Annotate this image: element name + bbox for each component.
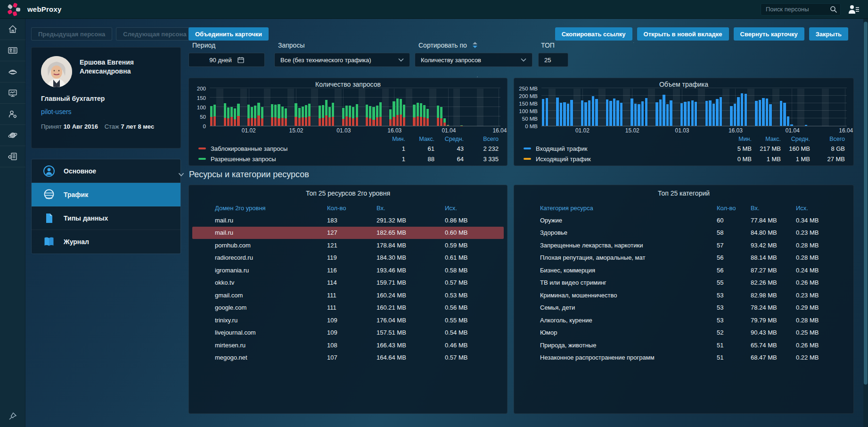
table-row[interactable]: Запрещенные лекарства, наркотики5793.42 …	[517, 239, 850, 252]
table-row[interactable]: pornhub.com121178.84 MB0.59 MB	[192, 239, 504, 252]
table-row[interactable]: Алкоголь, курение5379.79 MB0.28 MB	[517, 314, 850, 327]
sort-label: Сортировать по	[418, 41, 477, 49]
column-header[interactable]: Кол-во	[327, 205, 377, 212]
weekend-stripe	[311, 89, 318, 126]
gridline	[210, 88, 500, 88]
home-icon[interactable]	[0, 19, 25, 40]
police-cap-icon[interactable]	[0, 61, 25, 82]
column-header[interactable]: Исх.	[445, 205, 507, 212]
table-row[interactable]: mail.ru127182.65 MB0.60 MB	[192, 227, 504, 239]
chart-bar	[716, 99, 718, 126]
globe-orbit-icon[interactable]	[0, 125, 25, 146]
scrollbar-thumb[interactable]	[864, 22, 868, 385]
table-cell: 107	[327, 354, 377, 361]
table-row[interactable]: trinixy.ru109176.04 MB0.55 MB	[192, 314, 504, 327]
y-axis-label: 100 MB	[514, 108, 538, 114]
chart-bar	[737, 97, 739, 126]
table-cell: 0.25 MB	[796, 329, 850, 336]
requests-select[interactable]: Все (без технического трафика)	[274, 53, 410, 67]
menu-item-label: Трафик	[64, 191, 88, 198]
table-row[interactable]: Бизнес, коммерция5687.27 MB0.24 MB	[517, 264, 850, 277]
prev-person-button[interactable]: Предыдущая персона	[31, 27, 112, 41]
table-row[interactable]: Здоровье5884.80 MB0.23 MB	[517, 227, 850, 239]
chart-bar	[688, 101, 690, 126]
collapse-card-button[interactable]: Свернуть карточку	[734, 27, 804, 41]
chart-bar	[271, 104, 273, 126]
table-row[interactable]: okko.tv114159.71 MB0.57 MB	[192, 277, 504, 289]
table-cell: 160.21 MB	[377, 304, 445, 311]
table-row[interactable]: radiorecord.ru119184.30 MB0.61 MB	[192, 252, 504, 264]
stat-value: 0 MB	[727, 156, 752, 163]
person-gear-icon[interactable]	[0, 104, 25, 125]
chart-stats: Мин.Макс.Средн.ВсегоВходящий трафик5 MB2…	[524, 135, 845, 164]
id-card-icon[interactable]	[0, 40, 25, 61]
table-row[interactable]: mirtesen.ru108166.43 MB0.46 MB	[192, 339, 504, 352]
weekend-stripe	[453, 89, 460, 126]
column-header[interactable]: Категория ресурса	[540, 205, 717, 212]
table-row[interactable]: Плохая репутация, аморальные, мат5688.14…	[517, 252, 850, 264]
document-icon	[43, 212, 55, 224]
table-row[interactable]: Природа, животные5165.74 MB0.26 MB	[517, 339, 850, 352]
copy-link-button[interactable]: Скопировать ссылку	[555, 27, 632, 41]
stat-value: 43	[434, 145, 464, 152]
sort-direction-icon[interactable]	[473, 42, 477, 48]
period-picker[interactable]: 90 дней	[188, 53, 265, 67]
chart-bar	[366, 105, 368, 126]
table-row[interactable]: Оружие6077.84 MB0.34 MB	[517, 214, 850, 227]
document-gear-icon[interactable]	[0, 146, 25, 167]
chart-bar	[734, 104, 736, 126]
chart-bar	[745, 94, 747, 126]
table-row[interactable]: Незаконное распространение программ5168.…	[517, 352, 850, 364]
open-new-tab-button[interactable]: Открыть в новой вкладке	[637, 27, 729, 41]
menu-item-zhurnal[interactable]: Журнал	[32, 230, 180, 254]
column-header[interactable]: Вх.	[751, 205, 796, 212]
table-cell: 84.80 MB	[751, 229, 796, 236]
menu-item-osnovnoe[interactable]: Основное	[32, 159, 180, 183]
column-header[interactable]: Вх.	[377, 205, 445, 212]
resources-section-header[interactable]: Ресурсы и категории ресурсов	[178, 170, 309, 180]
legend-marker	[524, 148, 531, 149]
chart-bar	[322, 105, 324, 126]
gridline	[210, 116, 500, 116]
table-row[interactable]: megogo.net107164.64 MB0.57 MB	[192, 352, 504, 364]
table-row[interactable]: mail.ru183291.32 MB0.86 MB	[192, 214, 504, 227]
table-row[interactable]: google.com111160.21 MB0.56 MB	[192, 302, 504, 314]
user-menu-icon[interactable]	[848, 4, 860, 15]
table-cell: 58	[717, 229, 751, 236]
merge-cards-button[interactable]: Объединить карточки	[188, 27, 269, 41]
table-cell: 0.23 MB	[796, 229, 850, 236]
sort-select[interactable]: Количеству запросов	[415, 53, 532, 67]
top-count-input[interactable]: 25	[538, 53, 568, 67]
page-scrollbar[interactable]	[863, 19, 868, 427]
close-card-button[interactable]: Закрыть	[809, 27, 848, 41]
table-cell: 0.28 MB	[796, 254, 850, 261]
chart-bar	[328, 107, 331, 126]
menu-item-trafik[interactable]: www Трафик	[32, 183, 180, 206]
pin-icon[interactable]	[0, 409, 25, 423]
menu-item-tipy-dannyh[interactable]: Типы данных	[32, 206, 180, 230]
table-cell: 164.64 MB	[377, 354, 445, 361]
monitor-chart-icon[interactable]	[0, 82, 25, 104]
next-person-button[interactable]: Следующая персона	[116, 27, 193, 41]
table-row[interactable]: igromania.ru116193.46 MB0.58 MB	[192, 264, 504, 277]
table-row[interactable]: Семья, дети5378.24 MB0.29 MB	[517, 302, 850, 314]
table-row[interactable]: gmail.com111160.24 MB0.53 MB	[192, 289, 504, 302]
search-icon[interactable]	[830, 6, 837, 13]
table-row[interactable]: Юмор5290.43 MB0.25 MB	[517, 327, 850, 339]
person-group-link[interactable]: pilot-users	[41, 108, 171, 115]
table-row[interactable]: Криминал, мошенничество5382.98 MB0.23 MB	[517, 289, 850, 302]
table-row[interactable]: ТВ или видео стриминг5582.26 MB0.26 MB	[517, 277, 850, 289]
column-header[interactable]: Исх.	[796, 205, 853, 212]
legend-row: Разрешенные запросы188643 335	[198, 154, 499, 164]
table-row[interactable]: livejournal.com109157.51 MB0.54 MB	[192, 327, 504, 339]
column-header[interactable]: Кол-во	[717, 205, 751, 212]
svg-text:www: www	[45, 196, 52, 199]
search-input[interactable]	[761, 3, 841, 16]
table-cell: 0.53 MB	[445, 292, 504, 299]
weekend-stripe	[382, 89, 389, 126]
chart-bar	[285, 108, 287, 126]
chart-bar	[213, 105, 216, 126]
table-cell: Здоровье	[540, 229, 717, 236]
column-header[interactable]: Домен 2го уровня	[215, 205, 327, 212]
menu-item-label: Журнал	[64, 238, 89, 246]
